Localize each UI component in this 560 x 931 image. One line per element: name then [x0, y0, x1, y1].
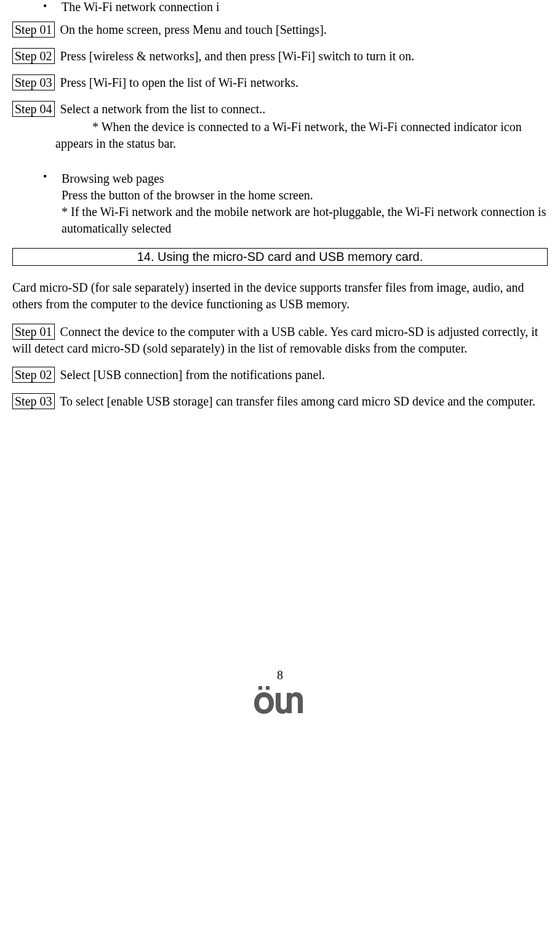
bullet-browsing-line1: Press the button of the browser in the h… [62, 187, 548, 204]
sd-intro: Card micro-SD (for sale separately) inse… [12, 279, 548, 313]
step-label: Step 03 [12, 393, 55, 409]
step-text-content: Connect the device to the computer with … [12, 325, 538, 355]
step-label: Step 02 [12, 367, 55, 383]
sd-step-02: Step 02 Select [USB connection] from the… [12, 367, 548, 383]
step-text: Select a network from the list to connec… [60, 102, 266, 116]
step-label: Step 02 [12, 48, 55, 64]
bullet-browsing-line2: * If the Wi-Fi network and the mobile ne… [62, 204, 548, 237]
sd-step-03: Step 03 To select [enable USB storage] c… [12, 393, 548, 410]
bullet-wifi-text: The Wi-Fi network connection i [62, 0, 548, 14]
section-header-sd: 14. Using the micro-SD card and USB memo… [12, 248, 548, 266]
step-text: Press [Wi-Fi] to open the list of Wi-Fi … [60, 76, 298, 89]
section-header-text: 14. Using the micro-SD card and USB memo… [137, 250, 423, 263]
wifi-step-02: Step 02 Press [wireless & networks], and… [12, 48, 548, 65]
step-label: Step 03 [12, 74, 55, 90]
bullet-browsing: • Browsing web pages Press the button of… [43, 170, 548, 237]
wifi-step-04: Step 04 Select a network from the list t… [12, 101, 548, 118]
step-text: Press [wireless & networks], and then pr… [60, 49, 415, 63]
svg-rect-0 [258, 686, 262, 690]
step-label: Step 01 [12, 324, 55, 340]
bullet-wifi-connection: • The Wi-Fi network connection i [43, 0, 548, 14]
step-label: Step 04 [12, 101, 55, 117]
bullet-dot: • [43, 170, 62, 237]
step-sub-text: * When the device is connected to a Wi-F… [55, 120, 522, 150]
svg-rect-1 [266, 686, 270, 690]
step-text: Connect the device to the computer with … [12, 325, 538, 355]
bullet-browsing-title: Browsing web pages [62, 170, 548, 187]
bullet-dot: • [43, 0, 62, 14]
step-label: Step 01 [12, 22, 55, 38]
logo-own-icon [12, 685, 548, 717]
wifi-step-01: Step 01 On the home screen, press Menu a… [12, 22, 548, 38]
step-text: On the home screen, press Menu and touch… [60, 23, 327, 36]
step-text: To select [enable USB storage] can trans… [60, 394, 535, 408]
page-number: 8 [12, 668, 548, 682]
wifi-step-04-sub: * When the device is connected to a Wi-F… [55, 119, 548, 152]
sd-step-01: Step 01 Connect the device to the comput… [12, 324, 548, 357]
step-text: Select [USB connection] from the notific… [60, 368, 325, 382]
wifi-step-03: Step 03 Press [Wi-Fi] to open the list o… [12, 74, 548, 91]
